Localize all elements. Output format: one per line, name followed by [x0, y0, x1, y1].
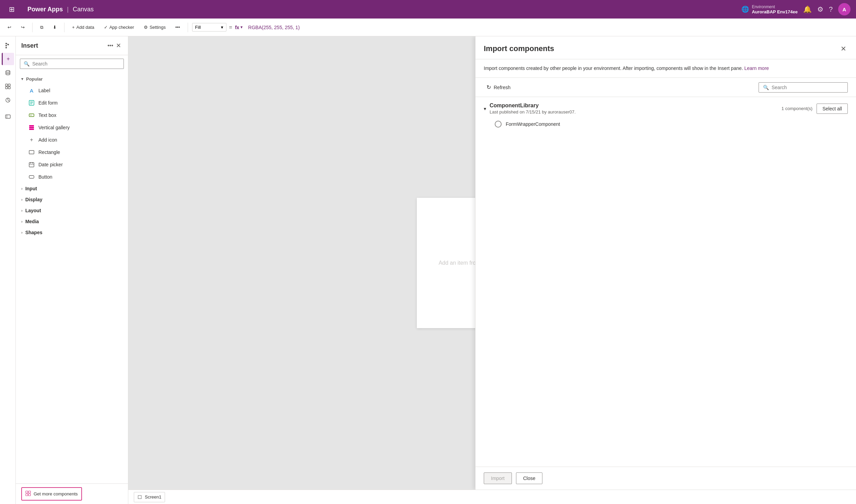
- display-label: Display: [25, 197, 43, 202]
- more-options-button[interactable]: •••: [172, 23, 184, 32]
- get-more-label: Get more components: [34, 491, 78, 496]
- text-box-icon: [28, 112, 35, 119]
- layout-section-header[interactable]: › Layout: [16, 205, 128, 216]
- screen-checkbox[interactable]: ☐: [138, 494, 142, 500]
- label-icon: A: [28, 87, 35, 94]
- insert-search-input[interactable]: [32, 61, 120, 67]
- help-icon[interactable]: ?: [829, 5, 833, 13]
- svg-rect-0: [5, 43, 7, 44]
- topbar: ⊞ Power Apps | Canvas 🌐 Environment Auro…: [0, 0, 856, 19]
- text-box-label: Text box: [38, 112, 56, 118]
- screen-label: Screen1: [145, 494, 161, 500]
- svg-rect-28: [26, 491, 28, 493]
- import-close-button[interactable]: ✕: [839, 43, 848, 54]
- canvas-bottom: ☐ Screen1: [128, 490, 856, 504]
- svg-rect-2: [8, 44, 9, 45]
- checker-icon: ✓: [104, 25, 108, 30]
- toolbar-separator-3: [188, 23, 188, 32]
- tree-view-icon[interactable]: [2, 39, 14, 51]
- settings-icon[interactable]: ⚙: [817, 5, 823, 13]
- list-item[interactable]: Button: [16, 171, 128, 183]
- dialog-close-button[interactable]: Close: [516, 472, 543, 484]
- list-item[interactable]: Date picker: [16, 158, 128, 171]
- learn-more-link[interactable]: Learn more: [744, 65, 769, 71]
- insert-more-icon[interactable]: •••: [107, 40, 113, 51]
- shapes-section-header[interactable]: › Shapes: [16, 227, 128, 238]
- redo-button[interactable]: ↪: [17, 23, 28, 32]
- app-name: Power Apps: [27, 6, 63, 13]
- svg-rect-3: [5, 47, 7, 48]
- insert-close-button[interactable]: ✕: [115, 40, 122, 51]
- avatar[interactable]: A: [838, 3, 851, 15]
- notifications-icon[interactable]: 🔔: [803, 5, 812, 13]
- list-item[interactable]: Vertical gallery: [16, 121, 128, 134]
- list-item[interactable]: + Add icon: [16, 134, 128, 146]
- svg-rect-29: [28, 491, 31, 493]
- insert-panel-icon[interactable]: +: [2, 53, 14, 65]
- copy-button[interactable]: ⧉: [37, 23, 47, 32]
- library-collapse-icon[interactable]: ▾: [484, 106, 486, 111]
- media-chevron: ›: [21, 219, 23, 224]
- gallery-label: Vertical gallery: [38, 125, 70, 130]
- svg-rect-19: [29, 125, 34, 127]
- themes-icon[interactable]: [2, 94, 14, 106]
- input-chevron: ›: [21, 187, 23, 191]
- popular-chevron: ▾: [21, 77, 23, 81]
- import-search-icon: 🔍: [763, 85, 769, 90]
- undo-button[interactable]: ↩: [4, 23, 15, 32]
- settings-button[interactable]: ⚙ Settings: [140, 23, 169, 32]
- fill-selector[interactable]: Fill ▾: [192, 23, 226, 32]
- list-item[interactable]: A Label: [16, 84, 128, 97]
- components-icon[interactable]: [2, 80, 14, 93]
- waffle-menu-icon[interactable]: ⊞: [5, 3, 18, 15]
- media-section-header[interactable]: › Media: [16, 216, 128, 227]
- import-button[interactable]: Import: [484, 472, 512, 484]
- display-chevron: ›: [21, 197, 23, 202]
- layout-chevron: ›: [21, 208, 23, 213]
- refresh-button[interactable]: ↻ Refresh: [484, 82, 513, 93]
- list-item[interactable]: Edit form: [16, 97, 128, 109]
- fill-dropdown-icon: ▾: [221, 25, 223, 30]
- popular-section-header[interactable]: ▾ Popular: [16, 74, 128, 84]
- insert-search-box[interactable]: 🔍: [20, 59, 124, 69]
- rectangle-icon: [28, 149, 35, 156]
- import-search-input[interactable]: [772, 85, 843, 90]
- shapes-label: Shapes: [25, 230, 43, 235]
- variables-icon[interactable]: [2, 110, 14, 123]
- display-section-header[interactable]: › Display: [16, 194, 128, 205]
- canvas-label: Canvas: [73, 6, 94, 13]
- component-count: 1 component(s): [782, 106, 812, 111]
- canvas-inner[interactable]: Add an item from the Insert pane or conn…: [128, 36, 856, 490]
- list-item[interactable]: Text box: [16, 109, 128, 121]
- formula-display: RGBA(255, 255, 255, 1): [245, 23, 852, 32]
- media-label: Media: [25, 219, 39, 224]
- gear-icon: ⚙: [144, 25, 148, 30]
- add-data-button[interactable]: + Add data: [69, 23, 98, 32]
- get-more-components-button[interactable]: Get more components: [21, 487, 82, 501]
- environment-label: Environment: [752, 4, 797, 9]
- add-icon-icon: +: [28, 136, 35, 143]
- search-icon: 🔍: [24, 61, 30, 67]
- paste-button[interactable]: ⬇: [49, 23, 60, 32]
- svg-rect-27: [29, 176, 34, 178]
- data-icon[interactable]: [2, 67, 14, 79]
- insert-panel: Insert ••• ✕ 🔍 ▾ Popular A Label: [16, 36, 128, 504]
- import-search-box[interactable]: 🔍: [759, 82, 848, 93]
- svg-rect-9: [8, 87, 10, 89]
- library-info: ComponentLibrary Last published on 7/15/…: [490, 103, 576, 115]
- screen-tab[interactable]: ☐ Screen1: [134, 492, 165, 502]
- formula-bar-equals: =: [229, 24, 232, 31]
- select-all-button[interactable]: Select all: [817, 104, 848, 114]
- component-radio[interactable]: [495, 121, 502, 128]
- environment-name: AuroraBAP Env174ee: [752, 9, 797, 14]
- fx-label: fx ▾: [235, 25, 243, 30]
- add-icon-label: Add icon: [38, 137, 57, 143]
- import-header: Import components ✕: [476, 36, 856, 59]
- insert-header: Insert ••• ✕: [16, 36, 128, 55]
- app-checker-button[interactable]: ✓ App checker: [101, 23, 138, 32]
- list-item[interactable]: Rectangle: [16, 146, 128, 158]
- import-footer: Import Close: [476, 467, 856, 490]
- insert-title: Insert: [21, 42, 38, 49]
- cloud-icon: 🌐: [741, 5, 749, 13]
- input-section-header[interactable]: › Input: [16, 183, 128, 194]
